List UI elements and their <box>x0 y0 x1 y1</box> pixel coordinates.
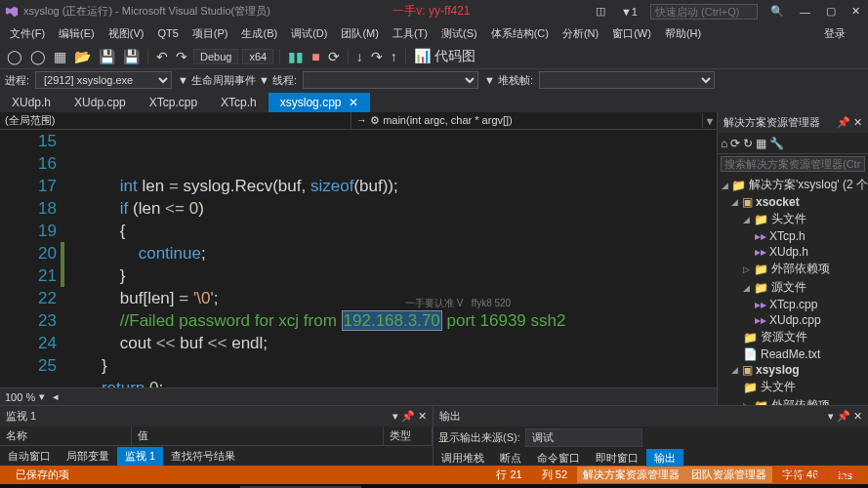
out-tab-immediate[interactable]: 即时窗口 <box>588 449 646 468</box>
new-file-icon[interactable]: ▦ <box>52 48 68 65</box>
login-link[interactable]: 登录 <box>824 26 865 41</box>
out-tab-output[interactable]: 输出 <box>646 449 683 468</box>
notifications-icon[interactable]: ◫ <box>593 5 608 18</box>
code-body[interactable]: int len = syslog.Recv(buf, sizeof(buf));… <box>68 130 717 387</box>
watch-pin-icon[interactable]: ▾ 📌 ✕ <box>393 410 427 423</box>
close-icon[interactable]: ✕ <box>848 5 863 18</box>
refresh-icon[interactable]: ⟳ <box>730 137 740 150</box>
menu-qt5[interactable]: QT5 <box>150 25 185 41</box>
tree-file-readme[interactable]: 📄 ReadMe.txt <box>718 346 868 362</box>
tree-file-xudp-h[interactable]: ▸▸ XUdp.h <box>718 244 868 260</box>
menu-arch[interactable]: 体系结构(C) <box>484 24 556 43</box>
out-tab-breakpoints[interactable]: 断点 <box>492 449 529 468</box>
tree-folder-resources[interactable]: 📁 资源文件 <box>718 328 868 346</box>
stackframe-label: ▼ 堆栈帧: <box>484 73 533 88</box>
tree-file-xudp-cpp[interactable]: ▸▸ XUdp.cpp <box>718 312 868 328</box>
nav-fwd-icon[interactable]: ◯ <box>28 48 48 65</box>
status-col: 列 52 <box>532 468 577 482</box>
codemap-button[interactable]: 📊 代码图 <box>412 47 477 66</box>
watch-tab-auto[interactable]: 自动窗口 <box>0 447 59 466</box>
pause-icon[interactable]: ▮▮ <box>286 48 306 65</box>
process-combo[interactable]: [2912] xsyslog.exe <box>35 71 172 89</box>
home-icon[interactable]: ⌂ <box>721 137 727 150</box>
output-source-label: 显示输出来源(S): <box>438 430 520 445</box>
tree-folder-external-2[interactable]: ▷📁 外部依赖项 <box>718 396 868 405</box>
properties-icon[interactable]: 🔧 <box>769 137 784 150</box>
stackframe-combo[interactable] <box>539 71 715 89</box>
open-icon[interactable]: 📂 <box>72 48 93 65</box>
tree-folder-headers-2[interactable]: 📁 头文件 <box>718 378 868 396</box>
nav-back-icon[interactable]: ◯ <box>5 48 24 65</box>
tab-xtcp-h[interactable]: XTcp.h <box>209 93 269 112</box>
tab-xudp-h[interactable]: XUdp.h <box>0 93 62 112</box>
vs-logo-icon <box>5 5 19 19</box>
panel-pin-icon[interactable]: 📌 ✕ <box>837 116 862 129</box>
solution-tree[interactable]: ◢📁 解决方案'xsyslog' (2 个项目) ◢▣ xsocket ◢📁 头… <box>718 174 868 405</box>
out-tab-callstack[interactable]: 调用堆栈 <box>434 449 492 468</box>
watch-tab-locals[interactable]: 局部变量 <box>59 447 117 466</box>
maximize-icon[interactable]: ▢ <box>823 5 839 18</box>
tree-file-xtcp-h[interactable]: ▸▸ XTcp.h <box>718 228 868 244</box>
status-btn-teamexp[interactable]: 团队资源管理器 <box>685 467 772 483</box>
thread-combo[interactable] <box>303 71 478 89</box>
menu-edit[interactable]: 编辑(E) <box>52 24 102 43</box>
watch-col-type[interactable]: 类型 <box>384 427 433 445</box>
show-all-icon[interactable]: ▦ <box>756 137 766 150</box>
menu-analyze[interactable]: 分析(N) <box>556 24 605 43</box>
status-btn-solexp[interactable]: 解决方案资源管理器 <box>577 467 685 483</box>
menu-debug[interactable]: 调试(D) <box>284 24 334 43</box>
step-into-icon[interactable]: ↓ <box>354 48 365 65</box>
watch-col-value[interactable]: 值 <box>132 427 384 445</box>
menu-help[interactable]: 帮助(H) <box>658 24 708 43</box>
stop-icon[interactable]: ■ <box>310 48 321 65</box>
solution-search-input[interactable] <box>721 156 865 172</box>
tree-project-xsocket[interactable]: ◢▣ xsocket <box>718 194 868 210</box>
watch-col-name[interactable]: 名称 <box>0 427 132 445</box>
out-tab-command[interactable]: 命令窗口 <box>529 449 588 468</box>
watch-tab-watch1[interactable]: 监视 1 <box>117 447 163 466</box>
tab-xsyslog-cpp[interactable]: xsyslog.cpp✕ <box>269 93 371 112</box>
watch-tab-findsym[interactable]: 查找符号结果 <box>163 447 243 466</box>
statusbar: 已保存的项 行 21 列 52 解决方案资源管理器 团队资源管理器 字符 46 … <box>0 466 868 484</box>
tab-xtcp-cpp[interactable]: XTcp.cpp <box>138 93 209 112</box>
step-out-icon[interactable]: ↑ <box>389 48 399 65</box>
menu-view[interactable]: 视图(V) <box>102 24 151 43</box>
redo-icon[interactable]: ↷ <box>174 48 189 65</box>
restart-icon[interactable]: ⟳ <box>326 48 342 65</box>
function-combo[interactable]: → ⚙ main(int argc, char * argv[]) <box>351 113 703 128</box>
toolbar: ◯ ◯ ▦ 📂 💾 💾 ↶ ↷ Debug x64 ▮▮ ■ ⟳ ↓ ↷ ↑ 📊… <box>0 44 868 69</box>
quick-launch-input[interactable] <box>650 4 758 20</box>
bottom-watermark: 一手v: yy-ff421 <box>774 466 858 483</box>
undo-icon[interactable]: ↶ <box>154 48 170 65</box>
tab-close-icon[interactable]: ✕ <box>349 96 358 109</box>
sync-icon[interactable]: ↻ <box>743 137 753 150</box>
menu-test[interactable]: 测试(S) <box>434 24 484 43</box>
config-combo[interactable]: Debug <box>193 49 238 64</box>
tree-folder-headers[interactable]: ◢📁 头文件 <box>718 210 868 228</box>
menu-project[interactable]: 项目(P) <box>186 24 235 43</box>
output-source-combo[interactable]: 调试 <box>525 428 642 447</box>
tab-xudp-cpp[interactable]: XUdp.cpp <box>62 93 138 112</box>
save-all-icon[interactable]: 💾 <box>121 48 142 65</box>
tree-solution-root[interactable]: ◢📁 解决方案'xsyslog' (2 个项目) <box>718 176 868 194</box>
menu-build[interactable]: 生成(B) <box>234 24 284 43</box>
output-pin-icon[interactable]: ▾ 📌 ✕ <box>828 410 862 423</box>
minimize-icon[interactable]: — <box>797 6 813 18</box>
status-saved: 已保存的项 <box>6 468 79 482</box>
menu-window[interactable]: 窗口(W) <box>605 24 658 43</box>
tree-project-xsyslog[interactable]: ◢▣ xsyslog <box>718 362 868 378</box>
save-icon[interactable]: 💾 <box>97 48 117 65</box>
scope-combo[interactable]: (全局范围) <box>0 112 351 129</box>
menu-team[interactable]: 团队(M) <box>334 24 386 43</box>
step-over-icon[interactable]: ↷ <box>369 48 385 65</box>
search-icon[interactable]: 🔍 <box>767 5 787 18</box>
tree-folder-external[interactable]: ▷📁 外部依赖项 <box>718 260 868 278</box>
menu-tools[interactable]: 工具(T) <box>386 24 434 43</box>
tree-folder-sources[interactable]: ◢📁 源文件 <box>718 278 868 297</box>
code-editor[interactable]: 1516171819202122232425 int len = syslog.… <box>0 130 717 387</box>
flag-icon[interactable]: ▼1 <box>618 6 641 18</box>
tree-file-xtcp-cpp[interactable]: ▸▸ XTcp.cpp <box>718 297 868 312</box>
zoom-value[interactable]: 100 % <box>5 391 35 403</box>
platform-combo[interactable]: x64 <box>242 49 273 64</box>
menu-file[interactable]: 文件(F) <box>3 24 52 43</box>
